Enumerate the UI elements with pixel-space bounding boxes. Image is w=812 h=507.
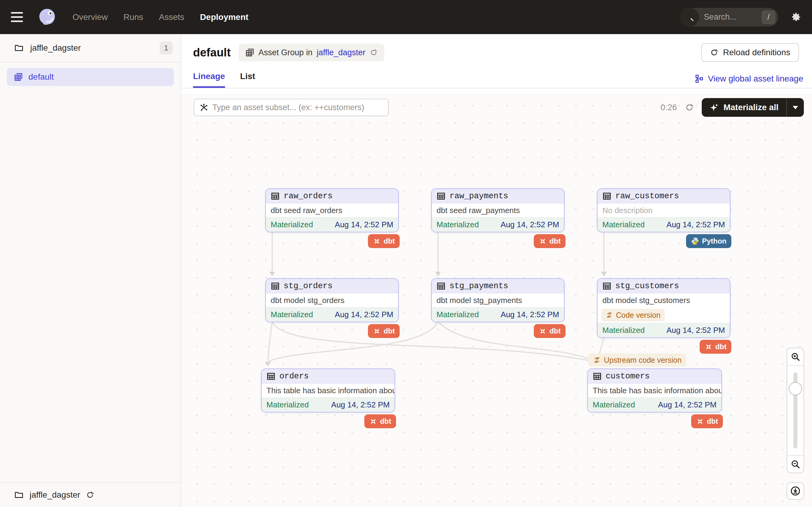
sidebar-footer-label: jaffle_dagster bbox=[30, 490, 80, 500]
asset-status-row: Materialized Aug 14, 2:52 PM bbox=[588, 397, 721, 412]
dbt-kind-tag: dbt bbox=[534, 324, 565, 338]
asset-node-header: stg_customers bbox=[598, 279, 730, 293]
asset-node-header: stg_orders bbox=[266, 279, 398, 293]
asset-status: Materialized bbox=[271, 220, 313, 229]
view-global-asset-lineage-label: View global asset lineage bbox=[708, 74, 803, 83]
download-icon bbox=[790, 486, 801, 496]
python-logo-icon bbox=[691, 237, 699, 245]
asset-timestamp: Aug 14, 2:52 PM bbox=[666, 326, 725, 335]
download-image-button[interactable] bbox=[786, 482, 804, 500]
asset-status-row: Materialized Aug 14, 2:52 PM bbox=[598, 323, 730, 337]
refresh-icon[interactable] bbox=[370, 49, 377, 56]
asset-timestamp: Aug 14, 2:52 PM bbox=[501, 220, 559, 229]
asset-subset-filter[interactable] bbox=[194, 99, 389, 116]
edge-stg_orders-to-orders bbox=[268, 322, 272, 361]
asset-node-raw_payments[interactable]: raw_payments dbt seed raw_payments Mater… bbox=[431, 188, 565, 232]
asset-node-header: raw_orders bbox=[266, 189, 398, 204]
table-icon bbox=[602, 192, 611, 201]
dbt-kind-tag: dbt bbox=[691, 414, 723, 428]
asset-group-repo-link[interactable]: jaffle_dagster bbox=[317, 48, 365, 57]
sidebar: jaffle_dagster 1 default jaffle_dagster bbox=[0, 34, 181, 507]
dbt-kind-tag: dbt bbox=[700, 340, 731, 354]
search-input[interactable] bbox=[699, 12, 762, 22]
asset-subset-input[interactable] bbox=[212, 103, 383, 112]
refresh-icon[interactable] bbox=[685, 103, 694, 112]
asset-timestamp: Aug 14, 2:52 PM bbox=[666, 220, 725, 229]
sparkle-icon bbox=[710, 103, 719, 112]
page-header: default Asset Group in jaffle_dagster Re… bbox=[181, 34, 812, 62]
sidebar-item-label: default bbox=[29, 72, 54, 82]
dbt-kind-tag: dbt bbox=[534, 234, 565, 248]
asset-description: This table has basic information about .… bbox=[262, 384, 395, 397]
edge-arrowhead bbox=[601, 272, 607, 276]
tab-list[interactable]: List bbox=[240, 71, 255, 88]
asset-status-row: Materialized Aug 14, 2:52 PM bbox=[432, 217, 564, 232]
asset-name: raw_customers bbox=[615, 192, 679, 201]
asset-status: Materialized bbox=[437, 310, 479, 319]
main-nav-links: Overview Runs Assets Deployment bbox=[72, 12, 248, 22]
asset-node-raw_customers[interactable]: raw_customers No description Materialize… bbox=[597, 188, 730, 232]
nav-assets[interactable]: Assets bbox=[159, 12, 184, 22]
dbt-kind-tag: dbt bbox=[368, 234, 400, 248]
page-title: default bbox=[193, 46, 231, 59]
edge-stg_payments-to-orders bbox=[269, 322, 438, 361]
zoom-in-icon bbox=[791, 352, 800, 361]
asset-node-stg_customers[interactable]: stg_customers dbt model stg_customers Co… bbox=[597, 278, 730, 338]
sidebar-project-count: 1 bbox=[159, 41, 173, 55]
materialize-options-caret[interactable] bbox=[787, 98, 804, 117]
view-global-asset-lineage-link[interactable]: View global asset lineage bbox=[695, 74, 803, 88]
nav-deployment[interactable]: Deployment bbox=[200, 12, 248, 22]
caret-down-icon bbox=[793, 106, 798, 109]
asset-node-orders[interactable]: orders This table has basic information … bbox=[261, 369, 395, 412]
asset-description: dbt seed raw_orders bbox=[266, 204, 398, 217]
asset-node-raw_orders[interactable]: raw_orders dbt seed raw_orders Materiali… bbox=[265, 188, 399, 232]
asset-name: stg_orders bbox=[284, 282, 333, 291]
materialize-all-button[interactable]: Materialize all bbox=[702, 98, 804, 117]
folder-icon bbox=[14, 491, 24, 499]
asset-group-icon bbox=[245, 48, 254, 57]
asset-node-header: raw_payments bbox=[432, 189, 564, 204]
dagster-logo[interactable] bbox=[38, 7, 57, 27]
asset-status: Materialized bbox=[602, 326, 645, 335]
sidebar-project-row[interactable]: jaffle_dagster 1 bbox=[0, 34, 181, 62]
asset-node-stg_payments[interactable]: stg_payments dbt model stg_payments Mate… bbox=[431, 278, 565, 322]
asset-status: Materialized bbox=[593, 400, 635, 409]
hamburger-menu-icon[interactable] bbox=[8, 7, 29, 28]
asset-name: orders bbox=[280, 372, 309, 381]
search-shortcut-badge: / bbox=[762, 10, 775, 24]
asset-status: Materialized bbox=[266, 400, 309, 409]
lineage-canvas[interactable]: 0:26 Materialize all raw_orders dbt seed bbox=[181, 94, 812, 507]
refresh-icon[interactable] bbox=[86, 491, 94, 499]
asset-timestamp: Aug 14, 2:52 PM bbox=[501, 310, 559, 319]
asset-status: Materialized bbox=[271, 310, 313, 319]
asset-node-customers[interactable]: customers This table has basic informati… bbox=[587, 369, 722, 412]
zoom-in-button[interactable] bbox=[787, 348, 804, 366]
asset-status-row: Materialized Aug 14, 2:52 PM bbox=[266, 307, 398, 322]
folder-icon bbox=[14, 44, 24, 52]
search-icon bbox=[680, 8, 699, 26]
sidebar-item-default[interactable]: default bbox=[7, 68, 174, 86]
zoom-out-button[interactable] bbox=[787, 455, 804, 472]
table-icon bbox=[593, 372, 602, 381]
table-icon bbox=[271, 192, 280, 201]
zoom-slider-handle[interactable] bbox=[789, 382, 802, 395]
nav-runs[interactable]: Runs bbox=[123, 12, 143, 22]
asset-status-row: Materialized Aug 14, 2:52 PM bbox=[262, 397, 395, 412]
edge-arrowhead bbox=[265, 361, 271, 367]
asset-node-header: orders bbox=[262, 369, 395, 384]
zoom-slider[interactable] bbox=[787, 366, 804, 455]
dbt-logo-icon bbox=[373, 237, 381, 245]
gear-icon[interactable] bbox=[790, 11, 802, 23]
asset-node-header: raw_customers bbox=[598, 189, 730, 204]
global-search[interactable]: / bbox=[680, 8, 778, 26]
reload-definitions-button[interactable]: Reload definitions bbox=[701, 43, 799, 62]
tab-lineage[interactable]: Lineage bbox=[193, 71, 225, 88]
dbt-logo-icon bbox=[373, 327, 381, 335]
asset-node-stg_orders[interactable]: stg_orders dbt model stg_orders Material… bbox=[265, 278, 399, 322]
top-nav: Overview Runs Assets Deployment / bbox=[0, 0, 812, 34]
dbt-logo-icon bbox=[539, 237, 547, 245]
table-icon bbox=[437, 192, 446, 201]
asset-name: raw_orders bbox=[284, 192, 333, 201]
upstream-code-version-pill: Upstream code version bbox=[588, 353, 686, 367]
nav-overview[interactable]: Overview bbox=[72, 12, 108, 22]
